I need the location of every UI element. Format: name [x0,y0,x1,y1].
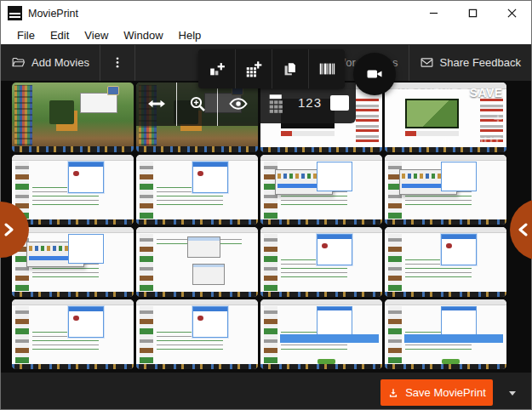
camera-button[interactable] [353,53,396,95]
resize-horizontal-icon [146,94,167,114]
thumb-art-layer [356,99,379,142]
duplicate-button[interactable] [272,49,308,88]
thumb-art-layer [68,162,104,192]
duplicate-icon [281,60,300,78]
kebab-menu-icon [111,55,124,70]
save-movieprint-button[interactable]: Save MoviePrint [380,379,493,406]
caret-down-icon [508,389,517,397]
share-feedback-button[interactable]: Share Feedback [409,44,531,81]
movie-thumbnail[interactable] [260,299,382,369]
thumb-inout-overlay: EXPANDWIDESAVE++INOUT [385,83,506,152]
footer-bar: Save MoviePrint [1,373,531,409]
movie-thumbnail[interactable] [136,83,258,152]
scrub-width-zone[interactable] [136,83,176,126]
thumb-art-layer [317,306,352,336]
thumb-art-layer [192,306,228,337]
scrub-handle[interactable] [438,134,453,149]
wide-action[interactable]: WIDE [436,86,469,100]
set-in-action[interactable]: IN [391,134,404,148]
thumb-art-layer [187,236,220,257]
movie-thumbnail[interactable] [385,155,506,225]
movie-thumbnail[interactable] [12,227,134,297]
close-icon [507,9,517,18]
thumb-art-layer [68,306,104,337]
add-after-action[interactable]: + [494,111,503,128]
thumb-art-layer [385,227,506,233]
thumb-art-layer [136,146,258,152]
save-options-caret-button[interactable] [498,379,527,406]
movie-thumbnail[interactable] [260,155,382,225]
add-grid-button[interactable] [235,49,272,88]
scroll-right-paddle[interactable] [510,199,532,260]
add-before-action[interactable]: + [388,111,398,128]
download-icon [387,387,399,399]
thumb-art-layer [136,364,258,369]
minimize-icon [429,9,438,18]
movie-thumbnail[interactable] [136,299,258,369]
thumb-frame-number-overlay[interactable]: 123 [260,83,356,123]
thumb-art-layer [404,334,503,343]
thumb-art-layer [260,299,382,305]
floating-toolbar [198,49,345,88]
preview-zone[interactable] [217,83,258,126]
zoom-in-zone[interactable] [176,83,217,126]
thumb-art-layer [12,155,134,161]
expand-action[interactable]: EXPAND [391,86,442,100]
thumb-art-layer [192,264,225,286]
thumb-art-layer [136,292,258,297]
add-thumb-button[interactable] [198,49,235,88]
thumb-art-layer [12,364,134,369]
thumb-art-layer [192,162,228,192]
more-options-button[interactable] [100,44,134,81]
thumb-art-layer [140,162,153,219]
minimize-button[interactable] [414,1,453,26]
add-grid-icon [244,60,263,78]
thumb-art-layer [260,292,382,297]
window-controls [414,1,531,26]
menu-item-file[interactable]: File [9,29,43,42]
menu-item-edit[interactable]: Edit [43,29,77,42]
movie-thumbnail[interactable] [385,227,506,297]
thumb-art-layer [107,86,119,95]
save-thumb-action[interactable]: SAVE [470,86,503,100]
menu-item-window[interactable]: Window [116,29,170,42]
eye-icon [228,94,249,114]
thumb-art-layer [388,234,402,291]
movie-thumbnail[interactable] [136,155,258,225]
thumb-art-layer [385,364,506,369]
zoom-in-icon [187,94,208,114]
maximize-button[interactable] [453,1,492,26]
movie-thumbnail[interactable] [12,299,134,369]
barcode-button[interactable] [308,49,345,88]
thumb-art-layer [15,306,29,363]
movie-thumbnail[interactable] [136,227,258,297]
thumb-art-layer [12,227,134,233]
thumb-art-layer [385,219,506,225]
close-button[interactable] [492,1,531,26]
movie-thumbnail[interactable] [12,155,134,225]
maximize-icon [468,9,478,18]
thumb-art-layer [136,219,258,225]
movie-thumbnail[interactable] [12,83,134,152]
thumb-art-layer [260,219,382,225]
window-title: MoviePrint [28,8,78,20]
movie-thumbnail[interactable]: 123 [260,83,382,152]
thumb-art-layer [14,85,32,145]
thumb-art-layer [317,234,352,265]
movie-thumbnail[interactable]: EXPANDWIDESAVE++INOUT [385,83,506,152]
add-movies-button[interactable]: Add Movies [1,44,100,81]
menu-item-view[interactable]: View [77,29,116,42]
chevron-left-icon [517,223,530,236]
movie-thumbnail[interactable] [385,299,506,369]
thumb-art-layer [12,292,134,297]
movie-thumbnail[interactable] [260,227,382,297]
thumb-art-layer [264,306,277,363]
thumb-art-layer [260,364,382,369]
add-movies-label: Add Movies [31,56,89,69]
menu-item-help[interactable]: Help [171,29,209,42]
main-content: Add Movies Check for updates [1,44,531,409]
thumb-art-layer [441,306,477,336]
set-out-action[interactable]: OUT [473,134,501,148]
titlebar: MoviePrint [1,1,531,26]
thumb-art-layer [388,306,402,363]
